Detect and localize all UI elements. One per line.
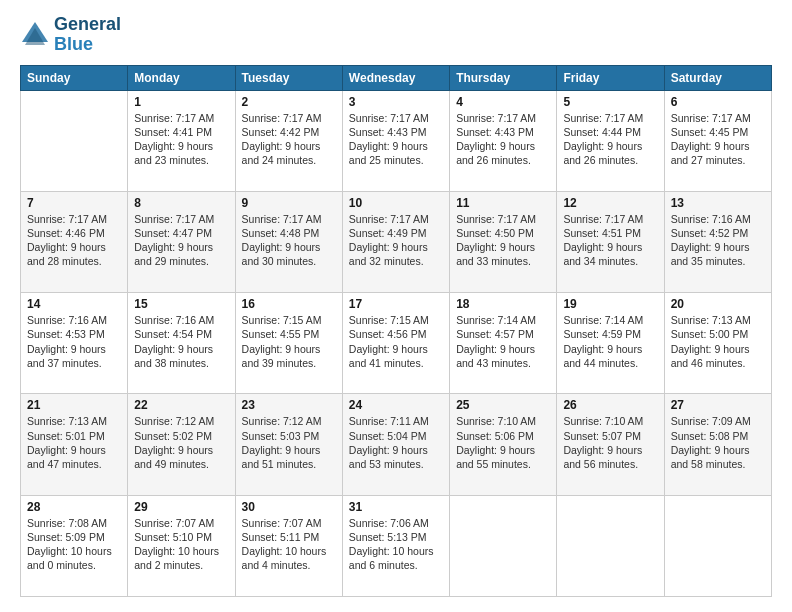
- day-info: Sunrise: 7:09 AM Sunset: 5:08 PM Dayligh…: [671, 414, 765, 471]
- day-info: Sunrise: 7:17 AM Sunset: 4:41 PM Dayligh…: [134, 111, 228, 168]
- day-number: 18: [456, 297, 550, 311]
- day-info: Sunrise: 7:15 AM Sunset: 4:56 PM Dayligh…: [349, 313, 443, 370]
- calendar-header: SundayMondayTuesdayWednesdayThursdayFrid…: [21, 65, 772, 90]
- day-info: Sunrise: 7:10 AM Sunset: 5:06 PM Dayligh…: [456, 414, 550, 471]
- day-info: Sunrise: 7:17 AM Sunset: 4:51 PM Dayligh…: [563, 212, 657, 269]
- logo-text: General Blue: [54, 15, 121, 55]
- calendar-cell: 3Sunrise: 7:17 AM Sunset: 4:43 PM Daylig…: [342, 90, 449, 191]
- header: General Blue: [20, 15, 772, 55]
- calendar-table: SundayMondayTuesdayWednesdayThursdayFrid…: [20, 65, 772, 597]
- day-info: Sunrise: 7:17 AM Sunset: 4:45 PM Dayligh…: [671, 111, 765, 168]
- day-number: 4: [456, 95, 550, 109]
- day-info: Sunrise: 7:17 AM Sunset: 4:48 PM Dayligh…: [242, 212, 336, 269]
- day-number: 8: [134, 196, 228, 210]
- calendar-cell: [664, 495, 771, 596]
- day-info: Sunrise: 7:17 AM Sunset: 4:49 PM Dayligh…: [349, 212, 443, 269]
- calendar-cell: 28Sunrise: 7:08 AM Sunset: 5:09 PM Dayli…: [21, 495, 128, 596]
- day-info: Sunrise: 7:17 AM Sunset: 4:42 PM Dayligh…: [242, 111, 336, 168]
- day-number: 9: [242, 196, 336, 210]
- day-info: Sunrise: 7:06 AM Sunset: 5:13 PM Dayligh…: [349, 516, 443, 573]
- day-info: Sunrise: 7:07 AM Sunset: 5:11 PM Dayligh…: [242, 516, 336, 573]
- day-number: 14: [27, 297, 121, 311]
- day-info: Sunrise: 7:14 AM Sunset: 4:57 PM Dayligh…: [456, 313, 550, 370]
- day-number: 19: [563, 297, 657, 311]
- day-info: Sunrise: 7:10 AM Sunset: 5:07 PM Dayligh…: [563, 414, 657, 471]
- calendar-cell: 24Sunrise: 7:11 AM Sunset: 5:04 PM Dayli…: [342, 394, 449, 495]
- day-number: 15: [134, 297, 228, 311]
- day-number: 26: [563, 398, 657, 412]
- day-info: Sunrise: 7:17 AM Sunset: 4:44 PM Dayligh…: [563, 111, 657, 168]
- day-number: 5: [563, 95, 657, 109]
- calendar-cell: 15Sunrise: 7:16 AM Sunset: 4:54 PM Dayli…: [128, 293, 235, 394]
- week-row-5: 28Sunrise: 7:08 AM Sunset: 5:09 PM Dayli…: [21, 495, 772, 596]
- day-number: 28: [27, 500, 121, 514]
- logo-icon: [20, 20, 50, 50]
- day-info: Sunrise: 7:17 AM Sunset: 4:50 PM Dayligh…: [456, 212, 550, 269]
- day-number: 24: [349, 398, 443, 412]
- calendar-cell: 10Sunrise: 7:17 AM Sunset: 4:49 PM Dayli…: [342, 191, 449, 292]
- day-info: Sunrise: 7:16 AM Sunset: 4:54 PM Dayligh…: [134, 313, 228, 370]
- day-number: 31: [349, 500, 443, 514]
- column-header-monday: Monday: [128, 65, 235, 90]
- day-number: 20: [671, 297, 765, 311]
- calendar-cell: 5Sunrise: 7:17 AM Sunset: 4:44 PM Daylig…: [557, 90, 664, 191]
- day-number: 2: [242, 95, 336, 109]
- calendar-cell: 26Sunrise: 7:10 AM Sunset: 5:07 PM Dayli…: [557, 394, 664, 495]
- logo: General Blue: [20, 15, 121, 55]
- calendar-cell: 14Sunrise: 7:16 AM Sunset: 4:53 PM Dayli…: [21, 293, 128, 394]
- calendar-cell: [21, 90, 128, 191]
- day-number: 30: [242, 500, 336, 514]
- calendar-cell: 23Sunrise: 7:12 AM Sunset: 5:03 PM Dayli…: [235, 394, 342, 495]
- day-info: Sunrise: 7:17 AM Sunset: 4:47 PM Dayligh…: [134, 212, 228, 269]
- calendar-cell: 2Sunrise: 7:17 AM Sunset: 4:42 PM Daylig…: [235, 90, 342, 191]
- day-info: Sunrise: 7:14 AM Sunset: 4:59 PM Dayligh…: [563, 313, 657, 370]
- day-number: 1: [134, 95, 228, 109]
- column-header-sunday: Sunday: [21, 65, 128, 90]
- calendar-cell: 29Sunrise: 7:07 AM Sunset: 5:10 PM Dayli…: [128, 495, 235, 596]
- calendar-cell: 7Sunrise: 7:17 AM Sunset: 4:46 PM Daylig…: [21, 191, 128, 292]
- calendar-cell: 18Sunrise: 7:14 AM Sunset: 4:57 PM Dayli…: [450, 293, 557, 394]
- day-info: Sunrise: 7:13 AM Sunset: 5:01 PM Dayligh…: [27, 414, 121, 471]
- day-number: 23: [242, 398, 336, 412]
- day-info: Sunrise: 7:08 AM Sunset: 5:09 PM Dayligh…: [27, 516, 121, 573]
- column-header-wednesday: Wednesday: [342, 65, 449, 90]
- day-info: Sunrise: 7:13 AM Sunset: 5:00 PM Dayligh…: [671, 313, 765, 370]
- column-header-friday: Friday: [557, 65, 664, 90]
- day-info: Sunrise: 7:17 AM Sunset: 4:46 PM Dayligh…: [27, 212, 121, 269]
- calendar-cell: 13Sunrise: 7:16 AM Sunset: 4:52 PM Dayli…: [664, 191, 771, 292]
- calendar-cell: 27Sunrise: 7:09 AM Sunset: 5:08 PM Dayli…: [664, 394, 771, 495]
- calendar-cell: 12Sunrise: 7:17 AM Sunset: 4:51 PM Dayli…: [557, 191, 664, 292]
- calendar-cell: 17Sunrise: 7:15 AM Sunset: 4:56 PM Dayli…: [342, 293, 449, 394]
- calendar-cell: 9Sunrise: 7:17 AM Sunset: 4:48 PM Daylig…: [235, 191, 342, 292]
- calendar-cell: 4Sunrise: 7:17 AM Sunset: 4:43 PM Daylig…: [450, 90, 557, 191]
- calendar-cell: 25Sunrise: 7:10 AM Sunset: 5:06 PM Dayli…: [450, 394, 557, 495]
- calendar-cell: 30Sunrise: 7:07 AM Sunset: 5:11 PM Dayli…: [235, 495, 342, 596]
- day-info: Sunrise: 7:12 AM Sunset: 5:03 PM Dayligh…: [242, 414, 336, 471]
- week-row-3: 14Sunrise: 7:16 AM Sunset: 4:53 PM Dayli…: [21, 293, 772, 394]
- column-header-saturday: Saturday: [664, 65, 771, 90]
- day-number: 17: [349, 297, 443, 311]
- week-row-2: 7Sunrise: 7:17 AM Sunset: 4:46 PM Daylig…: [21, 191, 772, 292]
- column-header-thursday: Thursday: [450, 65, 557, 90]
- day-info: Sunrise: 7:17 AM Sunset: 4:43 PM Dayligh…: [349, 111, 443, 168]
- day-info: Sunrise: 7:16 AM Sunset: 4:53 PM Dayligh…: [27, 313, 121, 370]
- day-number: 3: [349, 95, 443, 109]
- page: General Blue SundayMondayTuesdayWednesda…: [0, 0, 792, 612]
- calendar-cell: [450, 495, 557, 596]
- column-header-tuesday: Tuesday: [235, 65, 342, 90]
- day-info: Sunrise: 7:12 AM Sunset: 5:02 PM Dayligh…: [134, 414, 228, 471]
- day-number: 13: [671, 196, 765, 210]
- day-info: Sunrise: 7:07 AM Sunset: 5:10 PM Dayligh…: [134, 516, 228, 573]
- day-number: 6: [671, 95, 765, 109]
- header-row: SundayMondayTuesdayWednesdayThursdayFrid…: [21, 65, 772, 90]
- day-number: 16: [242, 297, 336, 311]
- day-number: 25: [456, 398, 550, 412]
- day-number: 21: [27, 398, 121, 412]
- calendar-cell: 1Sunrise: 7:17 AM Sunset: 4:41 PM Daylig…: [128, 90, 235, 191]
- day-number: 27: [671, 398, 765, 412]
- calendar-body: 1Sunrise: 7:17 AM Sunset: 4:41 PM Daylig…: [21, 90, 772, 596]
- day-info: Sunrise: 7:17 AM Sunset: 4:43 PM Dayligh…: [456, 111, 550, 168]
- calendar-cell: [557, 495, 664, 596]
- calendar-cell: 11Sunrise: 7:17 AM Sunset: 4:50 PM Dayli…: [450, 191, 557, 292]
- day-number: 22: [134, 398, 228, 412]
